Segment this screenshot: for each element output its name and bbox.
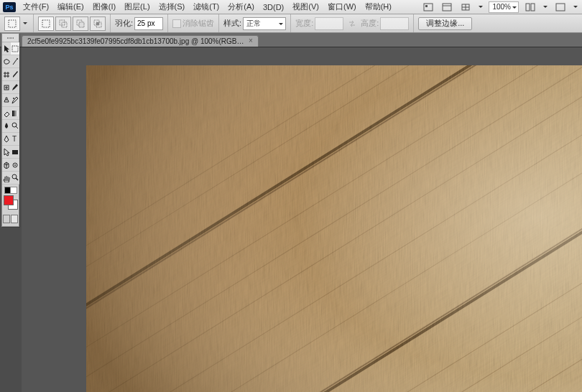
document-tab-title: 2cf5e0fe9925bc3139fe07995cdf8db1cb13700b… bbox=[27, 37, 254, 45]
arrange-documents-icon[interactable] bbox=[523, 1, 537, 13]
menu-edit[interactable]: 编辑(E) bbox=[56, 1, 86, 12]
menubar-right: 100% bbox=[421, 0, 579, 14]
svg-rect-9 bbox=[556, 4, 565, 11]
menu-view[interactable]: 视图(V) bbox=[291, 1, 320, 12]
svg-rect-15 bbox=[79, 22, 84, 27]
svg-rect-26 bbox=[12, 111, 18, 116]
move-tool[interactable] bbox=[2, 42, 11, 55]
document-tab-bar: 2cf5e0fe9925bc3139fe07995cdf8db1cb13700b… bbox=[0, 33, 582, 47]
svg-rect-19 bbox=[12, 46, 18, 52]
add-to-selection-icon[interactable] bbox=[55, 17, 71, 31]
hand-tool[interactable] bbox=[2, 172, 11, 185]
menu-window[interactable]: 窗口(W) bbox=[326, 1, 358, 12]
options-bar: 羽化: 消除锯齿 样式: 正常 宽度: 高度: 调整边缘... bbox=[0, 14, 582, 33]
menu-select[interactable]: 选择(S) bbox=[157, 1, 187, 12]
svg-line-28 bbox=[16, 126, 18, 129]
default-colors-icon[interactable] bbox=[4, 187, 17, 194]
tool-palette-grip[interactable] bbox=[2, 34, 19, 42]
tool-grid: T bbox=[2, 42, 19, 185]
tool-palette: T bbox=[1, 33, 19, 227]
clone-stamp-tool[interactable] bbox=[2, 94, 11, 107]
menu-analysis[interactable]: 分析(A) bbox=[226, 1, 256, 12]
app-logo: Ps bbox=[3, 2, 16, 12]
svg-point-32 bbox=[14, 164, 16, 166]
menu-image[interactable]: 图像(I) bbox=[91, 1, 117, 12]
tool-preset-menu[interactable] bbox=[22, 17, 29, 31]
document-tab[interactable]: 2cf5e0fe9925bc3139fe07995cdf8db1cb13700b… bbox=[22, 35, 259, 47]
width-input bbox=[315, 17, 343, 30]
pen-tool[interactable] bbox=[2, 133, 11, 146]
subtract-from-selection-icon[interactable] bbox=[73, 17, 88, 31]
blur-tool[interactable] bbox=[2, 120, 11, 133]
width-label: 宽度: bbox=[295, 18, 313, 29]
svg-rect-2 bbox=[443, 4, 451, 11]
lasso-tool[interactable] bbox=[2, 55, 11, 68]
dodge-tool[interactable] bbox=[11, 120, 19, 133]
path-select-tool[interactable] bbox=[2, 146, 11, 159]
magic-wand-tool[interactable] bbox=[11, 55, 19, 68]
svg-rect-8 bbox=[531, 4, 535, 11]
close-icon[interactable]: × bbox=[247, 37, 254, 45]
height-input bbox=[380, 17, 409, 30]
menu-layer[interactable]: 图层(L) bbox=[123, 1, 151, 12]
history-brush-tool[interactable] bbox=[11, 94, 19, 107]
eyedropper-tool[interactable] bbox=[11, 68, 19, 81]
type-tool[interactable]: T bbox=[11, 133, 19, 146]
svg-line-34 bbox=[16, 178, 18, 180]
svg-text:T: T bbox=[12, 135, 17, 143]
color-swatches bbox=[2, 185, 19, 212]
menu-3d[interactable]: 3D(D) bbox=[262, 3, 285, 11]
brush-tool[interactable] bbox=[11, 81, 19, 94]
menu-filter[interactable]: 滤镜(T) bbox=[192, 1, 221, 12]
menu-file[interactable]: 文件(F) bbox=[22, 1, 50, 12]
canvas-area[interactable] bbox=[22, 47, 582, 392]
zoom-level-select[interactable]: 100% bbox=[489, 1, 519, 13]
svg-rect-18 bbox=[96, 22, 99, 25]
arrange-documents-menu[interactable] bbox=[542, 0, 549, 14]
marquee-tool[interactable] bbox=[11, 42, 19, 55]
svg-point-21 bbox=[17, 58, 18, 60]
launch-bridge-icon[interactable] bbox=[421, 1, 435, 13]
document-canvas[interactable] bbox=[86, 65, 582, 392]
style-select[interactable]: 正常 bbox=[243, 17, 286, 30]
antialias-label: 消除锯齿 bbox=[183, 18, 214, 29]
svg-rect-30 bbox=[12, 150, 18, 154]
feather-label: 羽化: bbox=[115, 18, 133, 29]
svg-rect-61 bbox=[86, 65, 582, 392]
svg-rect-7 bbox=[526, 4, 530, 11]
menu-help[interactable]: 帮助(H) bbox=[364, 1, 393, 12]
view-extras-icon[interactable] bbox=[458, 1, 473, 13]
quickmask-toggle[interactable] bbox=[2, 215, 19, 223]
refine-edge-button[interactable]: 调整边缘... bbox=[418, 17, 472, 30]
feather-input[interactable] bbox=[134, 17, 163, 30]
launch-minibridge-icon[interactable] bbox=[440, 1, 454, 13]
svg-line-20 bbox=[13, 60, 17, 65]
screen-mode-menu[interactable] bbox=[572, 0, 579, 14]
swap-width-height-icon bbox=[345, 18, 359, 29]
view-extras-menu[interactable] bbox=[477, 0, 484, 14]
current-tool-preset-icon[interactable] bbox=[4, 17, 20, 31]
height-label: 高度: bbox=[361, 18, 379, 29]
new-selection-icon[interactable] bbox=[38, 17, 54, 31]
antialias-checkbox bbox=[172, 19, 181, 28]
menu-bar: Ps 文件(F) 编辑(E) 图像(I) 图层(L) 选择(S) 滤镜(T) 分… bbox=[0, 0, 582, 14]
intersect-selection-icon[interactable] bbox=[90, 17, 106, 31]
3d-object-tool[interactable] bbox=[2, 159, 11, 172]
style-label: 样式: bbox=[223, 18, 241, 29]
svg-rect-11 bbox=[42, 20, 50, 27]
workspace: T 2cf5e0fe9925bc3139fe07995cdf8db1cb1370… bbox=[0, 33, 582, 392]
svg-rect-0 bbox=[424, 4, 433, 11]
crop-tool[interactable] bbox=[2, 68, 11, 81]
gradient-tool[interactable] bbox=[11, 107, 19, 120]
screen-mode-icon[interactable] bbox=[553, 1, 568, 13]
svg-rect-10 bbox=[9, 20, 16, 27]
svg-point-25 bbox=[13, 98, 14, 99]
zoom-tool[interactable] bbox=[11, 172, 19, 185]
foreground-color-swatch[interactable] bbox=[4, 195, 14, 205]
spot-healing-tool[interactable] bbox=[2, 81, 11, 94]
eraser-tool[interactable] bbox=[2, 107, 11, 120]
3d-camera-tool[interactable] bbox=[11, 159, 19, 172]
svg-rect-1 bbox=[425, 5, 428, 7]
rectangle-shape-tool[interactable] bbox=[11, 146, 19, 159]
